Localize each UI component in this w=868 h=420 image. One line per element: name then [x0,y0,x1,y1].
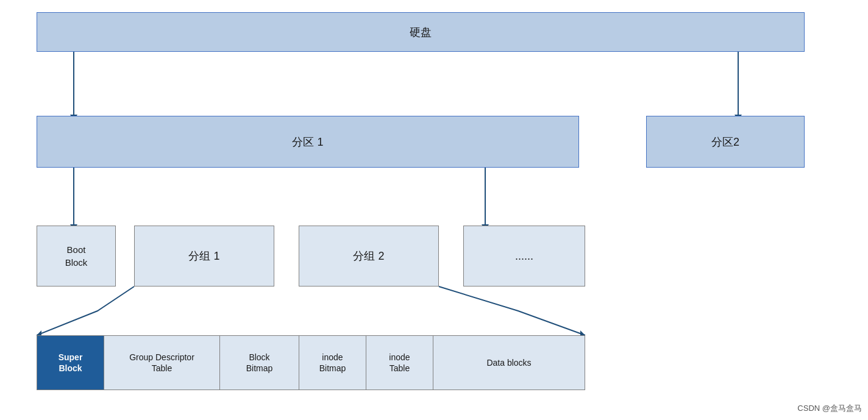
cell-inode-bitmap: inodeBitmap [299,336,366,390]
bottom-table: SuperBlock Group DescriptorTable BlockBi… [37,335,585,390]
group2-box: 分组 2 [299,226,439,287]
cell-inode-table: inodeTable [366,336,433,390]
block-bitmap-label: BlockBitmap [246,352,273,374]
group1-label: 分组 1 [188,249,219,263]
inode-table-label: inodeTable [389,352,410,374]
diagram-container: 硬盘 分区 1 分区2 BootBlock 分组 1 分组 2 ...... [37,12,829,408]
arrow-hd-to-partition1 [73,52,74,116]
super-block-label: SuperBlock [59,352,83,374]
cell-super-block: SuperBlock [37,336,104,390]
hard-disk-label: 硬盘 [410,25,432,40]
watermark: CSDN @盒马盒马 [797,403,862,414]
arrow-partition1-down [73,168,74,226]
hard-disk-box: 硬盘 [37,12,805,52]
group-descriptor-label: Group DescriptorTable [129,352,194,374]
partition1-box: 分区 1 [37,116,579,168]
group1-box: 分组 1 [134,226,274,287]
cell-group-descriptor: Group DescriptorTable [104,336,220,390]
data-blocks-label: Data blocks [486,357,531,368]
cell-block-bitmap: BlockBitmap [220,336,299,390]
group-dots-box: ...... [463,226,585,287]
partition2-label: 分区2 [711,135,739,149]
boot-block-box: BootBlock [37,226,116,287]
boot-block-label: BootBlock [65,243,88,269]
watermark-text: CSDN @盒马盒马 [797,404,862,413]
partition2-box: 分区2 [646,116,805,168]
arrow-hd-to-partition2 [738,52,739,116]
partition1-label: 分区 1 [292,135,323,149]
cell-data-blocks: Data blocks [433,336,585,390]
dots-label: ...... [515,250,533,263]
inode-bitmap-label: inodeBitmap [319,352,346,374]
group2-label: 分组 2 [353,249,384,263]
arrow-partition1-right-down [485,168,486,226]
